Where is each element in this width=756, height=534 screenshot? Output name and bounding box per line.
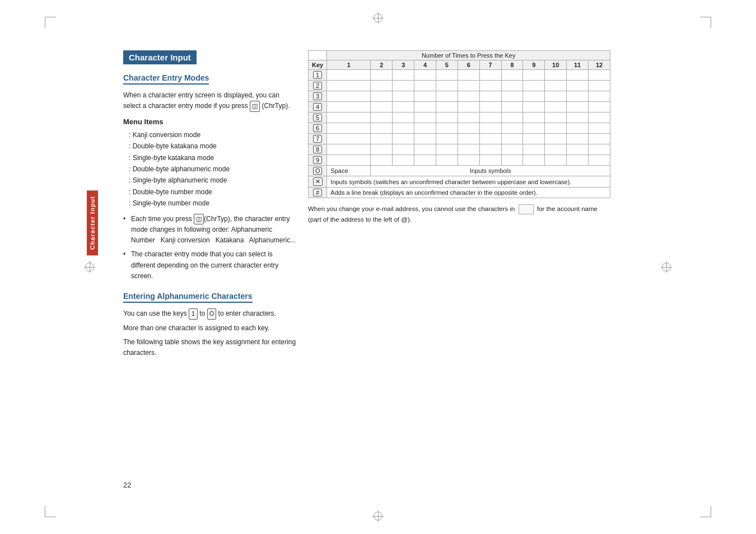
entering-text1: You can use the keys 1 to O to enter cha… <box>123 308 297 320</box>
key-cell-hash: # <box>309 188 327 198</box>
left-column: Character Input Character Entry Modes Wh… <box>123 50 297 362</box>
table-row-2: 2 <box>309 81 610 91</box>
col-7: 7 <box>479 60 501 70</box>
table-row-hash: # Adds a line break (displays an unconfi… <box>309 188 610 198</box>
key-cell-7: 7 <box>309 134 327 144</box>
key-cell-9: 9 <box>309 155 327 166</box>
key-cell-x: ✕ <box>309 176 327 188</box>
col-8: 8 <box>501 60 523 70</box>
right-column: Number of Times to Press the Key Key 1 2… <box>308 50 610 362</box>
table-row-4: 4 <box>309 102 610 113</box>
table-row-3: 3 <box>309 91 610 102</box>
bullet-list: Each time you press ◫(ChrTyp), the chara… <box>123 214 297 282</box>
character-table: Number of Times to Press the Key Key 1 2… <box>308 50 610 198</box>
table-row-x: ✕ Inputs symbols (switches an unconfirme… <box>309 176 610 188</box>
corner-mark-bl <box>45 506 56 517</box>
below-table-text: When you change your e-mail address, you… <box>308 204 610 224</box>
crosshair-bottom <box>372 510 384 522</box>
corner-mark-tr <box>700 17 711 28</box>
key-cell-4: 4 <box>309 102 327 113</box>
table-row-1: 1 <box>309 70 610 81</box>
table-row-8: 8 <box>309 144 610 155</box>
menu-item-5: Single-byte alphanumeric mode <box>129 175 297 186</box>
key-cell-1: 1 <box>309 70 327 81</box>
page-number: 22 <box>123 481 131 489</box>
x-desc-cell: Inputs symbols (switches an unconfirmed … <box>327 176 610 188</box>
col-5: 5 <box>436 60 458 70</box>
entry-modes-title: Character Entry Modes <box>123 73 209 85</box>
table-row-o: O Space Inputs symbols <box>309 166 610 176</box>
table-main-header: Number of Times to Press the Key <box>327 51 610 60</box>
italic-box <box>519 204 534 214</box>
col-2: 2 <box>371 60 393 70</box>
col-12: 12 <box>589 60 610 70</box>
section-title: Character Input <box>123 50 197 64</box>
col-6: 6 <box>458 60 479 70</box>
menu-item-3: Single-byte katakana mode <box>129 152 297 163</box>
hash-desc-cell: Adds a line break (displays an unconfirm… <box>327 188 610 198</box>
bullet-item-2: The character entry mode that you can se… <box>123 249 297 282</box>
table-row-7: 7 <box>309 134 610 144</box>
key-cell-o: O <box>309 166 327 176</box>
col-9: 9 <box>523 60 545 70</box>
col-10: 10 <box>545 60 567 70</box>
key-1-box: 1 <box>189 308 198 320</box>
menu-item-1: Kanji conversion mode <box>129 129 297 140</box>
table-empty-header <box>309 51 327 60</box>
main-content: Character Input Character Entry Modes Wh… <box>123 45 610 362</box>
crosshair-left <box>84 261 95 273</box>
menu-items-title: Menu Items <box>123 118 297 126</box>
menu-items-list: Kanji conversion mode Double-byte kataka… <box>129 129 297 209</box>
menu-item-4: Double-byte alphanumeric mode <box>129 163 297 175</box>
side-tab: Character Input <box>87 190 98 255</box>
key-cell-2: 2 <box>309 81 327 91</box>
table-row-9: 9 <box>309 155 610 166</box>
col-11: 11 <box>567 60 589 70</box>
bullet-item-1: Each time you press ◫(ChrTyp), the chara… <box>123 214 297 246</box>
entering-section: Entering Alphanumeric Characters You can… <box>123 292 297 358</box>
key-cell-3: 3 <box>309 91 327 102</box>
col-key: Key <box>309 60 327 70</box>
key-cell-5: 5 <box>309 113 327 123</box>
space-cell: Space <box>327 166 371 176</box>
corner-mark-br <box>700 506 711 517</box>
corner-mark-tl <box>45 17 56 28</box>
col-3: 3 <box>393 60 414 70</box>
key-cell-6: 6 <box>309 123 327 134</box>
chrtyp-key-2: ◫ <box>194 214 204 225</box>
table-row-6: 6 <box>309 123 610 134</box>
menu-item-6: Double-byte number mode <box>129 186 297 198</box>
entering-title: Entering Alphanumeric Characters <box>123 292 253 303</box>
crosshair-top <box>372 12 384 24</box>
col-1: 1 <box>327 60 371 70</box>
chrtyp-key-1: ◫ <box>250 101 260 112</box>
crosshair-right <box>661 261 672 273</box>
key-cell-8: 8 <box>309 144 327 155</box>
inputs-symbols-cell: Inputs symbols <box>371 166 610 176</box>
key-o-box: O <box>207 308 217 320</box>
menu-item-2: Double-byte katakana mode <box>129 140 297 152</box>
entering-text3: The following table shows the key assign… <box>123 337 297 358</box>
entry-modes-intro: When a character entry screen is display… <box>123 90 297 112</box>
menu-item-7: Single-byte number mode <box>129 198 297 209</box>
entering-text2: More than one character is assigned to e… <box>123 323 297 334</box>
col-4: 4 <box>414 60 436 70</box>
table-row-5: 5 <box>309 113 610 123</box>
